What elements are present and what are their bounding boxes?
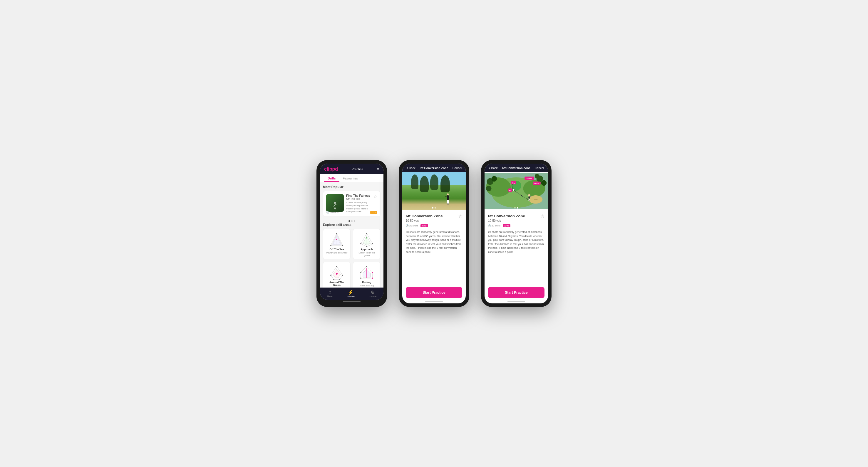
svg-point-41 [447, 194, 449, 196]
svg-text:ROUGH: ROUGH [534, 183, 539, 185]
drill-description: 20 shots are randomly generated at dista… [406, 230, 462, 254]
app-logo: clippd [324, 167, 338, 172]
img-dot-2 [435, 207, 436, 208]
tab-drills[interactable]: Drills [324, 174, 339, 182]
svg-point-12 [336, 233, 337, 234]
featured-drill-card[interactable]: Find The Fairway Off The Tee Create an i… [323, 191, 380, 217]
cancel-button-3[interactable]: Cancel [535, 167, 544, 170]
drill-detail-name: 6ft Conversion Zone ☆ [406, 214, 462, 219]
home-bar [343, 301, 361, 302]
trees-area [408, 174, 461, 198]
start-practice-button[interactable]: Start Practice [406, 287, 462, 298]
svg-point-57 [491, 176, 497, 181]
skill-icon-area-ott [326, 232, 348, 247]
menu-icon[interactable]: ≡ [377, 167, 379, 171]
svg-point-14 [330, 245, 332, 246]
start-practice-button-3[interactable]: Start Practice [488, 287, 545, 298]
phone-2: < Back 6ft Conversion Zone Cancel [399, 160, 469, 307]
svg-rect-46 [448, 200, 449, 204]
skill-name-putting: Putting [355, 281, 378, 284]
capture-icon: ⊕ [371, 289, 375, 295]
svg-point-22 [366, 246, 367, 247]
skill-card-approach[interactable]: Approach Dial-in to hit the green [353, 229, 380, 259]
nav-home[interactable]: ⌂ Home [327, 289, 333, 298]
svg-point-21 [372, 243, 373, 244]
phone-1: clippd Practice ≡ Drills Favourites Most… [316, 160, 387, 307]
skill-card-putting[interactable]: Putting Make and lag practice [353, 262, 380, 288]
svg-line-5 [335, 207, 336, 209]
skill-desc-approach: Dial-in to hit the green [355, 252, 378, 257]
svg-point-31 [330, 275, 332, 276]
nav-activities-label: Activities [347, 296, 355, 298]
nav-activities[interactable]: ⚡ Activities [347, 289, 355, 298]
home-indicator [425, 301, 443, 302]
svg-text:SAND: SAND [534, 199, 538, 201]
nav-capture[interactable]: ⊕ Capture [369, 289, 376, 298]
phones-container: clippd Practice ≡ Drills Favourites Most… [316, 160, 552, 307]
drill-tag-arg: ARG [421, 224, 428, 227]
svg-text:Miss: Miss [512, 182, 515, 184]
img-dot-1 [432, 207, 433, 208]
dot-1 [348, 220, 350, 222]
home-icon: ⌂ [329, 289, 332, 295]
skill-icon-area-putting [355, 265, 378, 279]
favourite-icon[interactable]: ☆ [458, 214, 462, 219]
drill-subtitle: Off The Tee [346, 197, 371, 200]
skill-name-atg: Around The Green [326, 281, 348, 287]
nav-home-label: Home [327, 295, 333, 297]
svg-point-27 [336, 266, 337, 267]
drill-tag-ott: OTT [370, 211, 377, 214]
svg-rect-45 [446, 200, 448, 204]
phone-1-screen: clippd Practice ≡ Drills Favourites Most… [320, 164, 383, 300]
drill-header-title-3: 6ft Conversion Zone [502, 167, 531, 170]
shots-count: 🕐 10 shots [326, 211, 339, 214]
svg-point-39 [360, 272, 362, 273]
svg-point-32 [336, 273, 338, 275]
svg-point-35 [366, 266, 367, 267]
golf-photo [402, 172, 466, 210]
shots-info: 🕐 20 shots [406, 224, 418, 227]
back-button[interactable]: < Back [406, 167, 415, 170]
svg-point-61 [535, 174, 539, 178]
drill-header-title: 6ft Conversion Zone [420, 167, 448, 170]
atg-radar-icon [330, 265, 344, 279]
drill-thumbnail [326, 194, 344, 212]
tab-favourites[interactable]: Favourites [339, 174, 362, 182]
phone-2-screen: < Back 6ft Conversion Zone Cancel [402, 164, 466, 303]
drill-detail-name-3: 6ft Conversion Zone ☆ [488, 214, 545, 219]
map-container: SAND FAIRWAY [485, 172, 548, 210]
carousel-dots [323, 219, 380, 223]
drill-description-3: 20 shots are randomly generated at dista… [488, 230, 545, 254]
favourite-icon-3[interactable]: ☆ [541, 214, 545, 219]
skill-card-atg[interactable]: Around The Green Hone your short game [323, 262, 350, 288]
svg-point-23 [360, 243, 362, 244]
skill-grid: Off The Tee Power and accuracy [323, 229, 380, 288]
explore-title: Explore skill areas [323, 223, 380, 227]
phone-3: < Back 6ft Conversion Zone Cancel [481, 160, 552, 307]
phone2-header: < Back 6ft Conversion Zone Cancel [402, 164, 466, 172]
back-button-3[interactable]: < Back [489, 167, 498, 170]
svg-point-20 [366, 233, 367, 234]
skill-card-off-the-tee[interactable]: Off The Tee Power and accuracy [323, 229, 350, 259]
drill-map-area: SAND FAIRWAY [485, 172, 548, 210]
svg-point-58 [486, 186, 492, 191]
most-popular-title: Most Popular [323, 185, 380, 189]
skill-desc-ott: Power and accuracy [326, 252, 348, 254]
bottom-nav: ⌂ Home ⚡ Activities ⊕ Capture [320, 288, 383, 300]
header-title: Practice [352, 167, 364, 171]
cancel-button[interactable]: Cancel [453, 167, 462, 170]
svg-point-28 [342, 275, 343, 276]
golfer-figure-icon [444, 193, 451, 204]
drill-tag-arg-3: ARG [503, 224, 510, 227]
map-dot-2 [517, 207, 518, 208]
shots-info-3: 🕐 20 shots [488, 224, 500, 227]
skill-name-approach: Approach [355, 248, 378, 251]
svg-point-70 [513, 189, 515, 191]
ott-radar-icon [330, 232, 344, 247]
home-indicator-3 [507, 301, 525, 302]
phone-3-screen: < Back 6ft Conversion Zone Cancel [485, 164, 548, 303]
drill-name: Find The Fairway [346, 194, 371, 197]
nav-capture-label: Capture [369, 296, 376, 298]
svg-line-75 [529, 199, 529, 201]
skill-name-ott: Off The Tee [326, 248, 348, 251]
